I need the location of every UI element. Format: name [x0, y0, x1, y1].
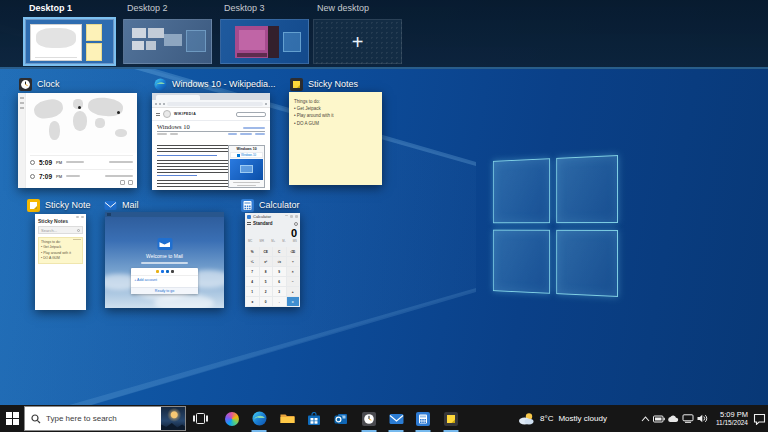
copilot-button[interactable] [220, 405, 244, 432]
sticky-notes-window-header: Sticky Notes [290, 77, 358, 91]
task-view-button[interactable] [188, 405, 212, 432]
clock-row-local: 5:09 PM [30, 155, 133, 168]
text-placeholder [157, 145, 231, 154]
desktop-1-label: Desktop 1 [29, 3, 72, 13]
text-placeholder [66, 175, 80, 177]
search-icon [77, 229, 80, 232]
clock-window-thumbnail[interactable]: 5:09 PM 7:09 PM [18, 93, 137, 188]
file-explorer-button[interactable] [275, 405, 299, 432]
bing-daily-image[interactable] [161, 407, 185, 430]
article-heading-row: Windows 10 [152, 121, 270, 130]
mail-icon [104, 199, 117, 212]
new-desktop-button[interactable]: + [313, 19, 402, 64]
infobox-screenshot [230, 159, 263, 180]
mail-window-thumbnail[interactable]: Welcome to Mail + Add account Ready to g… [105, 212, 224, 308]
taskbar-clock[interactable]: 5:09 PM 11/15/2024 [704, 405, 748, 432]
text-placeholder [157, 155, 217, 158]
browser-toolbar [152, 100, 270, 108]
wikipedia-search [236, 112, 266, 117]
text-placeholder [157, 180, 231, 189]
mail-icon [389, 413, 404, 425]
calculator-window-thumbnail[interactable]: Calculator Standard 0 MCMRM+M-MS %CEC⌫ ¹… [245, 213, 300, 307]
search-box[interactable]: Type here to search [24, 406, 186, 431]
text-placeholder [109, 161, 133, 163]
desktop-3-label: Desktop 3 [224, 3, 265, 13]
weather-icon [518, 412, 535, 425]
map-pin [78, 106, 81, 109]
task-view-icon [193, 412, 208, 425]
article-tabs [152, 133, 270, 135]
search-placeholder: Type here to search [46, 414, 161, 423]
world-map [27, 93, 137, 153]
sticky-search-placeholder: Search... [41, 228, 57, 233]
browser-tab-strip [152, 93, 270, 100]
clock-nav-rail [18, 93, 26, 188]
task-view-screen: Desktop 1 Desktop 2 Desktop 3 New deskto… [0, 0, 768, 432]
clock-app-icon [362, 412, 376, 426]
sticky-notes-thumbnail[interactable]: Things to do: • Get Jetpack • Play aroun… [289, 92, 382, 185]
taskbar-date: 11/15/2024 [716, 419, 748, 427]
clock-time-2: 7:09 [39, 173, 52, 180]
infobox-logo: Windows 10 [230, 152, 263, 158]
calculator-mode-row: Standard [245, 220, 300, 227]
edge-window-thumbnail[interactable]: WIKIPEDIA Windows 10 Windows 10 Windows … [152, 93, 270, 190]
calculator-taskbar-button[interactable] [411, 405, 435, 432]
sticky-notes-icon [290, 78, 303, 91]
wikipedia-header: WIKIPEDIA [152, 108, 270, 121]
clock-footer-buttons [120, 180, 133, 185]
calculator-keypad: %CEC⌫ ¹⁄ₓx²√x÷ 789× 456− 123+ ±0.= [246, 247, 299, 306]
infobox-title: Windows 10 [230, 147, 263, 151]
text-placeholder [66, 161, 84, 163]
clock-meridiem-2: PM [56, 174, 62, 179]
sticky-search-box: Search... [38, 226, 83, 234]
network-icon [682, 414, 694, 423]
clock-row-world: 7:09 PM [30, 169, 133, 182]
calculator-window-title: Calculator [259, 200, 300, 210]
taskbar: Type here to search [0, 405, 768, 432]
mail-welcome-icon [157, 238, 172, 250]
outlook-button[interactable] [329, 405, 353, 432]
desktop-3-thumbnail[interactable] [220, 19, 309, 64]
store-button[interactable] [302, 405, 326, 432]
tray-onedrive[interactable] [666, 405, 680, 432]
tray-network[interactable] [681, 405, 695, 432]
desktop-1-thumbnail[interactable] [25, 19, 114, 64]
edge-taskbar-button[interactable] [247, 405, 271, 432]
copilot-icon [225, 412, 239, 426]
windows-start-icon [6, 412, 19, 425]
edge-icon [154, 78, 167, 91]
text-placeholder [141, 262, 189, 264]
desktop-2-thumbnail[interactable] [123, 19, 212, 64]
onedrive-cloud-icon [667, 415, 679, 423]
clock-taskbar-button[interactable] [357, 405, 381, 432]
tray-battery[interactable] [652, 405, 666, 432]
mail-welcome-text: Welcome to Mail [105, 253, 224, 259]
weather-condition: Mostly cloudy [558, 414, 606, 423]
edge-icon [252, 411, 267, 426]
sticky-notes-taskbar-button[interactable] [439, 405, 463, 432]
clock-window-title: Clock [37, 79, 60, 89]
clock-app-icon [19, 78, 32, 91]
tray-overflow-button[interactable] [638, 405, 652, 432]
sticky-notes-icon [27, 199, 40, 212]
calculator-mode: Standard [253, 221, 273, 226]
text-placeholder [105, 175, 133, 177]
search-icon [31, 414, 41, 424]
sticky-list-thumbnail[interactable]: Sticky Notes Search... Things to do: • G… [35, 214, 86, 310]
alarm-icon [30, 160, 35, 165]
weather-widget[interactable]: 8°C Mostly cloudy [518, 405, 628, 432]
window-controls [76, 216, 84, 218]
action-center-button[interactable] [750, 405, 768, 432]
windows-logo-wallpaper [493, 155, 618, 297]
sticky-notes-icon [444, 412, 458, 426]
calculator-titlebar-icon [247, 215, 251, 219]
start-button[interactable] [0, 405, 24, 432]
mail-account-card: + Add account Ready to go [131, 268, 198, 294]
plus-icon: + [352, 32, 364, 52]
mail-taskbar-button[interactable] [384, 405, 408, 432]
mail-titlebar [105, 212, 224, 217]
text-placeholder [157, 160, 231, 174]
wikipedia-globe-logo [163, 110, 171, 118]
store-icon [307, 412, 321, 426]
clock-window-header: Clock [19, 77, 60, 91]
